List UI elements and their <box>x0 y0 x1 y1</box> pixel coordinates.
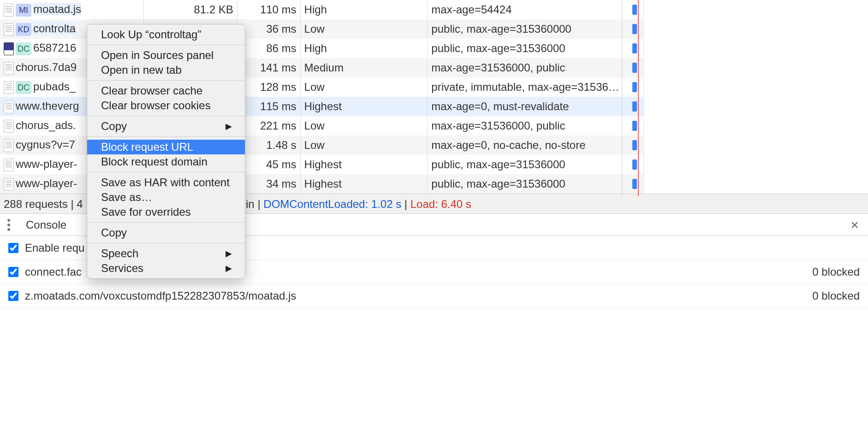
cell-time: 34 ms <box>237 174 300 194</box>
initiator-badge: DC <box>16 42 31 55</box>
cell-time: 36 ms <box>237 19 300 39</box>
initiator-badge: DC <box>16 81 31 94</box>
cell-priority: Highest <box>300 174 428 194</box>
menu-open-new-tab[interactable]: Open in new tab <box>87 63 245 77</box>
waterfall-bar <box>632 159 637 170</box>
waterfall-bar <box>632 5 637 15</box>
initiator-badge: KD <box>16 23 31 36</box>
cell-cache: max-age=0, no-cache, no-store <box>428 136 644 155</box>
file-icon <box>4 178 14 191</box>
waterfall-bar <box>632 63 637 73</box>
menu-lookup[interactable]: Look Up “controltag” <box>87 27 245 42</box>
request-name: pubads_ <box>33 80 76 93</box>
menu-save-as[interactable]: Save as… <box>87 190 245 205</box>
menu-block-request-domain[interactable]: Block request domain <box>87 154 245 169</box>
cell-priority: Medium <box>300 58 428 77</box>
enable-blocking-label: Enable requ <box>25 242 84 254</box>
pattern-checkbox[interactable] <box>8 267 18 277</box>
request-name: cygnus?v=7 <box>16 138 75 151</box>
request-name: controlta <box>33 22 76 35</box>
cell-cache: max-age=0, must-revalidate <box>428 97 644 116</box>
waterfall-bar <box>632 82 637 92</box>
enable-blocking-checkbox[interactable] <box>8 243 18 253</box>
chevron-right-icon: ▶ <box>226 246 232 261</box>
table-row[interactable]: MImoatad.js81.2 KB110 msHighmax-age=5442… <box>0 0 644 19</box>
request-name: www-player- <box>16 177 77 189</box>
summary-requests: 288 requests <box>4 198 68 210</box>
kebab-icon[interactable] <box>7 224 10 226</box>
menu-clear-cache[interactable]: Clear browser cache <box>87 83 245 98</box>
pattern-checkbox[interactable] <box>8 291 18 301</box>
file-icon <box>4 120 14 133</box>
menu-block-request-url[interactable]: Block request URL <box>87 140 245 154</box>
file-icon <box>4 62 14 75</box>
request-name: chorus.7da9 <box>16 61 77 73</box>
cell-priority: Low <box>300 136 428 155</box>
cell-cache: public, max-age=31536000 <box>428 155 644 174</box>
cell-cache: public, max-age=31536000 <box>428 174 644 194</box>
cell-time: 115 ms <box>237 97 300 116</box>
request-name: moatad.js <box>33 3 81 15</box>
request-name: www-player- <box>16 158 77 170</box>
file-icon <box>4 139 14 152</box>
menu-copy2[interactable]: Copy <box>87 225 245 240</box>
chevron-right-icon: ▶ <box>226 261 232 276</box>
cell-priority: High <box>300 0 428 19</box>
file-icon <box>4 100 14 113</box>
cell-cache: max-age=31536000, public <box>428 116 644 136</box>
blocked-pattern-row[interactable]: z.moatads.com/voxcustomdfp152282307853/m… <box>0 284 868 308</box>
menu-clear-cookies[interactable]: Clear browser cookies <box>87 98 245 113</box>
summary-domcontentloaded: DOMContentLoaded: 1.02 s <box>263 198 401 210</box>
cell-priority: Low <box>300 77 428 97</box>
cell-cache: private, immutable, max-age=31536… <box>428 77 644 97</box>
request-name: www.theverg <box>16 100 79 112</box>
menu-save-har[interactable]: Save as HAR with content <box>87 175 245 190</box>
cell-priority: Low <box>300 19 428 39</box>
cell-time: 128 ms <box>237 77 300 97</box>
waterfall-bar <box>632 101 637 112</box>
file-icon <box>4 42 14 55</box>
cell-time: 141 ms <box>237 58 300 77</box>
chevron-right-icon: ▶ <box>226 119 232 134</box>
menu-open-sources[interactable]: Open in Sources panel <box>87 48 245 63</box>
cell-cache: max-age=31536000, public <box>428 58 644 77</box>
tab-console[interactable]: Console <box>26 218 66 231</box>
waterfall-bar <box>632 121 637 131</box>
waterfall-column <box>622 0 714 196</box>
load-marker-line <box>638 0 639 196</box>
waterfall-bar <box>632 140 637 150</box>
menu-copy[interactable]: Copy▶ <box>87 119 245 134</box>
blocked-count: 0 blocked <box>812 266 860 278</box>
file-icon <box>4 4 14 17</box>
cell-time: 221 ms <box>237 116 300 136</box>
pattern-label: z.moatads.com/voxcustomdfp152282307853/m… <box>25 289 296 302</box>
waterfall-bar <box>632 24 637 34</box>
cell-cache: max-age=54424 <box>428 0 644 19</box>
cell-time: 45 ms <box>237 155 300 174</box>
context-menu: Look Up “controltag” Open in Sources pan… <box>87 24 245 279</box>
blocked-count: 0 blocked <box>812 289 860 302</box>
cell-cache: public, max-age=315360000 <box>428 19 644 39</box>
summary-load: Load: 6.40 s <box>410 198 471 210</box>
request-name: chorus_ads. <box>16 119 76 131</box>
cell-priority: Highest <box>300 97 428 116</box>
cell-time: 110 ms <box>237 0 300 19</box>
cell-priority: Highest <box>300 155 428 174</box>
cell-time: 86 ms <box>237 39 300 58</box>
menu-speech[interactable]: Speech▶ <box>87 246 245 261</box>
close-icon[interactable]: × <box>850 217 859 233</box>
request-name: 6587216 <box>33 41 76 54</box>
waterfall-bar <box>632 179 637 189</box>
menu-save-overrides[interactable]: Save for overrides <box>87 205 245 219</box>
cell-cache: public, max-age=31536000 <box>428 39 644 58</box>
file-icon <box>4 159 14 171</box>
cell-time: 1.48 s <box>237 136 300 155</box>
cell-priority: High <box>300 39 428 58</box>
file-icon <box>4 23 14 36</box>
cell-size: 81.2 KB <box>143 0 237 19</box>
initiator-badge: MI <box>16 4 31 17</box>
menu-services[interactable]: Services▶ <box>87 261 245 276</box>
cell-priority: Low <box>300 116 428 136</box>
waterfall-bar <box>632 43 637 53</box>
pattern-label: connect.fac <box>25 266 82 278</box>
